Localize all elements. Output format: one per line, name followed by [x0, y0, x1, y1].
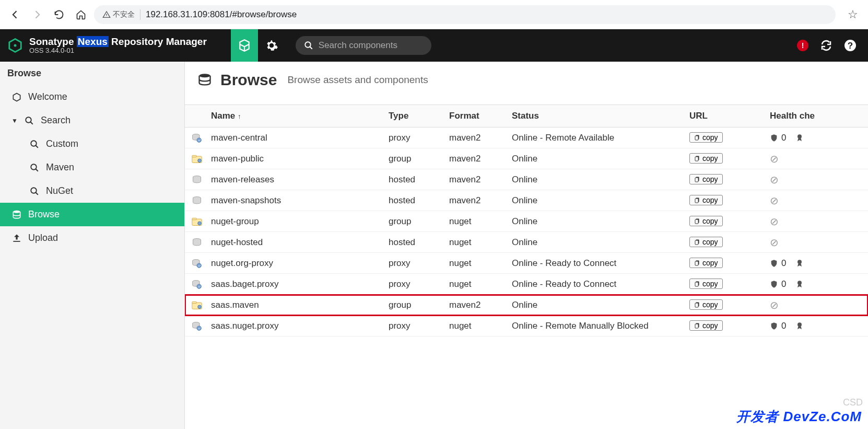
svg-point-13 — [197, 138, 201, 142]
col-status[interactable]: Status — [512, 111, 689, 121]
table-row[interactable]: maven-centralproxymaven2Online - Remote … — [185, 127, 868, 148]
copy-url-button[interactable]: copy — [689, 216, 723, 226]
repo-status: Online — [512, 300, 689, 310]
sidebar-title: Browse — [0, 62, 184, 85]
nav-item-welcome[interactable]: Welcome — [0, 85, 184, 109]
table-row[interactable]: maven-snapshotshostedmaven2Onlinecopy⊘ — [185, 190, 868, 211]
ban-icon: ⊘ — [770, 174, 779, 185]
alert-badge[interactable]: ! — [797, 40, 808, 51]
copy-url-button[interactable]: copy — [689, 320, 723, 331]
repo-type: group — [389, 300, 449, 310]
nav-item-nuget[interactable]: NuGet — [0, 179, 184, 203]
refresh-button[interactable] — [820, 39, 832, 52]
csd-watermark: CSD — [843, 397, 863, 408]
home-button[interactable] — [72, 6, 90, 24]
svg-point-42 — [197, 284, 201, 288]
repo-health: ⊘ — [768, 194, 868, 207]
insecure-icon: 不安全 — [102, 10, 135, 19]
table-row[interactable]: maven-publicgroupmaven2Onlinecopy⊘ — [185, 148, 868, 169]
svg-point-1 — [14, 44, 17, 47]
nav-label: NuGet — [46, 185, 73, 196]
repo-format: maven2 — [449, 195, 512, 206]
col-url[interactable]: URL — [689, 111, 768, 121]
app-header: Sonatype Nexus Repository Manager OSS 3.… — [0, 29, 868, 62]
col-health[interactable]: Health che — [768, 111, 868, 121]
svg-point-37 — [197, 263, 201, 268]
nav-item-maven[interactable]: Maven — [0, 156, 184, 179]
col-type[interactable]: Type — [389, 111, 449, 121]
admin-gear-button[interactable] — [258, 39, 285, 52]
repo-type: proxy — [389, 133, 449, 143]
nav-item-browse[interactable]: Browse — [0, 203, 184, 226]
table-row[interactable]: saas.mavengroupmaven2Onlinecopy⊘ — [185, 295, 868, 316]
main-content: Browse Browse assets and components Name… — [185, 62, 868, 429]
back-button[interactable] — [6, 6, 24, 24]
search-icon — [29, 187, 40, 196]
reload-button[interactable] — [50, 6, 68, 24]
caret-down-icon: ▼ — [11, 117, 18, 124]
repo-health: 0 — [768, 258, 868, 269]
repo-status: Online — [512, 216, 689, 227]
browser-toolbar: 不安全 192.168.31.109:8081/#browse/browse ☆ — [0, 0, 868, 29]
table-row[interactable]: saas.baget.proxyproxynugetOnline - Ready… — [185, 274, 868, 295]
col-format[interactable]: Format — [449, 111, 512, 121]
bookmark-star-icon[interactable]: ☆ — [844, 8, 862, 21]
repo-status: Online - Remote Manually Blocked — [512, 321, 689, 331]
svg-point-2 — [305, 42, 311, 48]
copy-url-button[interactable]: copy — [689, 299, 723, 310]
nav-item-search[interactable]: ▼Search — [0, 109, 184, 132]
copy-url-button[interactable]: copy — [689, 258, 723, 268]
svg-rect-47 — [192, 302, 196, 303]
svg-rect-44 — [695, 282, 698, 286]
repo-format: maven2 — [449, 175, 512, 185]
shield-icon: 0 — [770, 258, 786, 269]
table-header: Name ↑ Type Format Status URL Health che — [185, 105, 868, 127]
repo-status: Online - Remote Available — [512, 133, 689, 143]
sort-ascending-icon: ↑ — [238, 112, 241, 120]
repo-type-icon — [185, 279, 209, 289]
nav-label: Custom — [46, 138, 78, 149]
table-row[interactable]: saas.nuget.proxyproxynugetOnline - Remot… — [185, 316, 868, 337]
upload-icon — [11, 233, 22, 244]
nav-item-upload[interactable]: Upload — [0, 226, 184, 250]
browse-mode-button[interactable] — [231, 29, 258, 62]
copy-url-button[interactable]: copy — [689, 174, 723, 184]
nav-label: Welcome — [28, 91, 67, 102]
repo-format: nuget — [449, 237, 512, 248]
repo-status: Online - Ready to Connect — [512, 258, 689, 269]
repo-type-icon — [185, 154, 209, 164]
svg-point-48 — [198, 305, 202, 309]
repo-name: maven-snapshots — [209, 195, 389, 206]
page-title: Browse — [220, 71, 277, 89]
repo-name: nuget-group — [209, 216, 389, 227]
shield-icon: 0 — [770, 321, 786, 331]
copy-url-button[interactable]: copy — [689, 153, 723, 164]
repo-type-icon — [185, 258, 209, 269]
svg-rect-15 — [695, 136, 698, 140]
repo-type: hosted — [389, 175, 449, 185]
col-name[interactable]: Name ↑ — [209, 111, 389, 121]
copy-url-button[interactable]: copy — [689, 279, 723, 289]
copy-url-button[interactable]: copy — [689, 132, 723, 143]
svg-marker-5 — [13, 93, 20, 101]
svg-rect-18 — [192, 155, 196, 157]
repo-status: Online — [512, 195, 689, 206]
copy-url-button[interactable]: copy — [689, 195, 723, 205]
repo-type: group — [389, 216, 449, 227]
help-button[interactable]: ? — [844, 39, 857, 52]
repo-format: maven2 — [449, 133, 512, 143]
nav-label: Maven — [46, 162, 74, 173]
address-bar[interactable]: 不安全 192.168.31.109:8081/#browse/browse — [94, 5, 836, 24]
nav-item-custom[interactable]: Custom — [0, 132, 184, 156]
svg-point-40 — [797, 260, 802, 264]
table-row[interactable]: nuget-groupgroupnugetOnlinecopy⊘ — [185, 211, 868, 232]
forward-button[interactable] — [28, 6, 46, 24]
copy-url-button[interactable]: copy — [689, 237, 723, 247]
table-row[interactable]: nuget.org-proxyproxynugetOnline - Ready … — [185, 253, 868, 274]
table-row[interactable]: nuget-hostedhostednugetOnlinecopy⊘ — [185, 232, 868, 253]
table-row[interactable]: maven-releaseshostedmaven2Onlinecopy⊘ — [185, 169, 868, 190]
search-input[interactable]: Search components — [296, 36, 431, 55]
repo-type-icon — [185, 217, 209, 226]
shield-icon: 0 — [770, 133, 786, 143]
repo-type-icon — [185, 175, 209, 185]
